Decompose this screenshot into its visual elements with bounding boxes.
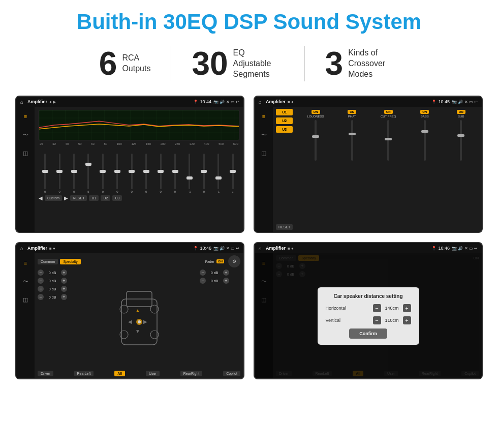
slider-track-1[interactable]: [59, 154, 60, 189]
db-plus-2[interactable]: +: [61, 286, 67, 292]
eq-prev-btn[interactable]: ◀: [39, 195, 43, 201]
db-minus-1[interactable]: −: [38, 278, 44, 284]
slider-thumb-11[interactable]: [201, 170, 207, 173]
sidebar-vol-icon-3[interactable]: ◫: [20, 294, 31, 305]
sub-thumb[interactable]: [457, 134, 464, 137]
slider-thumb-0[interactable]: [42, 170, 48, 173]
slider-track-2[interactable]: [73, 154, 75, 189]
slider-thumb-10[interactable]: [186, 176, 193, 180]
vertical-plus-btn[interactable]: +: [403, 316, 411, 324]
bass-slider[interactable]: [424, 120, 426, 161]
slider-thumb-2[interactable]: [71, 170, 77, 173]
copilot-btn[interactable]: Copilot: [223, 371, 240, 376]
right-db-minus-1[interactable]: −: [200, 278, 206, 284]
all-btn[interactable]: All: [114, 371, 125, 376]
slider-track-5[interactable]: [116, 154, 118, 189]
amp-reset-btn[interactable]: RESET: [276, 224, 293, 230]
rearright-btn[interactable]: RearRight: [180, 371, 203, 376]
vertical-minus-btn[interactable]: −: [373, 316, 381, 324]
phat-on-badge[interactable]: ON: [348, 110, 356, 114]
slider-track-4[interactable]: [102, 154, 104, 189]
sidebar-eq-icon-3[interactable]: ≡: [20, 257, 31, 268]
cross-top: Common Specialty Fader ON ⚙: [38, 255, 240, 267]
sidebar-eq-icon-2[interactable]: ≡: [258, 111, 269, 122]
sidebar-wave-icon-2[interactable]: 〜: [258, 129, 269, 140]
loudness-slider[interactable]: [315, 120, 317, 161]
loudness-on-badge[interactable]: ON: [312, 110, 320, 114]
eq-u1-btn[interactable]: U1: [89, 195, 99, 201]
slider-track-13[interactable]: [232, 154, 234, 189]
eq-u2-btn[interactable]: U2: [101, 195, 110, 201]
right-db-plus-0[interactable]: +: [223, 270, 229, 276]
db-plus-0[interactable]: +: [61, 270, 67, 276]
slider-thumb-7[interactable]: [143, 170, 149, 173]
phat-thumb[interactable]: [349, 133, 356, 135]
slider-thumb-6[interactable]: [129, 170, 135, 173]
cutfreq-thumb[interactable]: [385, 138, 392, 140]
slider-thumb-3[interactable]: [85, 163, 91, 166]
dialog-overlay: Car speaker distance setting Horizontal …: [255, 253, 482, 378]
bass-thumb[interactable]: [421, 130, 428, 133]
preset-u2-btn[interactable]: U2: [276, 117, 293, 124]
rearleft-btn[interactable]: RearLeft: [74, 371, 94, 376]
slider-track-7[interactable]: [145, 154, 147, 189]
phat-slider[interactable]: [351, 120, 353, 161]
user-btn[interactable]: User: [146, 371, 160, 376]
eq-next-btn[interactable]: ▶: [64, 195, 68, 201]
right-db-minus-0[interactable]: −: [200, 270, 206, 276]
slider-track-3[interactable]: [87, 154, 89, 189]
horizontal-minus-btn[interactable]: −: [373, 304, 381, 312]
db-minus-2[interactable]: −: [38, 286, 44, 292]
home-icon-1[interactable]: ⌂: [20, 99, 23, 105]
tab-specialty[interactable]: Specialty: [60, 259, 80, 264]
slider-track-11[interactable]: [203, 154, 205, 189]
amp-reset-area: RESET: [276, 194, 293, 230]
sidebar-wave-icon[interactable]: 〜: [20, 129, 31, 140]
sub-slider[interactable]: [460, 120, 462, 161]
slider-track-12[interactable]: [217, 154, 219, 189]
right-db-plus-1[interactable]: +: [223, 278, 229, 284]
slider-track-6[interactable]: [131, 154, 133, 189]
slider-track-8[interactable]: [160, 154, 162, 189]
horizontal-plus-btn[interactable]: +: [403, 304, 411, 312]
tab-common[interactable]: Common: [38, 259, 58, 264]
slider-thumb-9[interactable]: [172, 170, 178, 173]
db-minus-0[interactable]: −: [38, 270, 44, 276]
fader-on-badge[interactable]: ON: [216, 259, 224, 263]
eq-reset-btn[interactable]: RESET: [70, 195, 87, 201]
sidebar-vol-icon[interactable]: ◫: [20, 147, 31, 159]
slider-thumb-8[interactable]: [158, 170, 164, 173]
status-bar-2: ⌂ Amplifier ■ ● 📍 10:45 📷 🔊 ✕ ▭ ↩: [255, 97, 482, 107]
confirm-button[interactable]: Confirm: [349, 328, 387, 339]
sidebar-eq-icon[interactable]: ≡: [20, 111, 31, 122]
slider-thumb-1[interactable]: [56, 170, 63, 173]
slider-track-0[interactable]: [44, 154, 46, 189]
bass-on-badge[interactable]: ON: [420, 110, 429, 114]
slider-thumb-13[interactable]: [230, 170, 236, 173]
home-icon-3[interactable]: ⌂: [20, 246, 23, 251]
slider-thumb-12[interactable]: [215, 176, 222, 180]
loudness-thumb[interactable]: [312, 135, 319, 138]
driver-btn[interactable]: Driver: [38, 371, 53, 376]
sidebar-vol-icon-2[interactable]: ◫: [258, 147, 269, 159]
home-icon-2[interactable]: ⌂: [259, 99, 262, 105]
preset-u1-btn[interactable]: U1: [276, 109, 293, 115]
db-minus-3[interactable]: −: [38, 294, 44, 300]
slider-track-10[interactable]: [189, 154, 190, 189]
slider-thumb-5[interactable]: [114, 170, 120, 173]
stat-rca-label: RCAOutputs: [122, 53, 150, 74]
sidebar-wave-icon-3[interactable]: 〜: [20, 276, 31, 287]
sub-on-badge[interactable]: ON: [457, 110, 465, 114]
eq-u3-btn[interactable]: U3: [112, 195, 122, 201]
slider-track-9[interactable]: [174, 154, 176, 189]
cutfreq-slider[interactable]: [387, 120, 389, 161]
amp-presets: U1 U2 U3 RESET: [276, 109, 293, 230]
slider-thumb-4[interactable]: [100, 170, 106, 173]
vertical-row: Vertical − 110cm +: [326, 316, 411, 324]
settings-icon[interactable]: ⚙: [228, 255, 240, 267]
db-plus-1[interactable]: +: [61, 278, 67, 284]
cutfreq-on-badge[interactable]: ON: [384, 110, 393, 114]
db-plus-3[interactable]: +: [61, 294, 67, 300]
preset-u3-btn[interactable]: U3: [276, 126, 293, 133]
home-icon-4[interactable]: ⌂: [259, 246, 262, 251]
